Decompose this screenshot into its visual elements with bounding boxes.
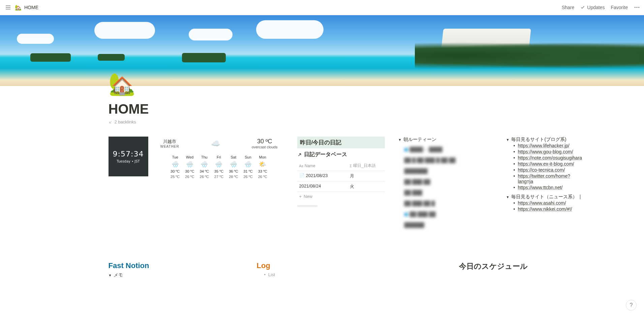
external-link[interactable]: https://note.com/osugisugihara xyxy=(518,155,582,161)
scrollbar[interactable] xyxy=(297,205,317,207)
log-heading[interactable]: Log xyxy=(257,261,446,270)
bullet-icon: • xyxy=(264,272,266,277)
links-section2-toggle[interactable]: ▼ 毎日見るサイト（ニュース系） xyxy=(506,194,582,200)
triangle-down-icon: ▼ xyxy=(109,273,112,277)
schedule-column: 今日のスケジュール xyxy=(459,261,536,278)
external-link[interactable]: https://www.gou-blog.com/ xyxy=(518,149,573,154)
page-title[interactable]: HOME xyxy=(109,102,536,117)
diary-link-label: 日記データベース xyxy=(304,151,347,158)
weather-icon: ☁️ xyxy=(211,139,220,148)
memo-label: メモ xyxy=(114,272,123,278)
routine-title: 朝ルーティーン xyxy=(403,137,436,143)
weather-small-icon: 🌤️ xyxy=(259,161,266,168)
triangle-down-icon: ▼ xyxy=(398,138,402,142)
triangle-down-icon: ▼ xyxy=(506,138,510,142)
links-section1-toggle[interactable]: ▼ 毎日見るサイト(ブログ系) xyxy=(506,137,582,143)
page-icon[interactable]: 🏡 xyxy=(109,73,536,95)
weather-location: 川越市 xyxy=(160,139,179,145)
share-button[interactable]: Share xyxy=(562,5,574,10)
diary-block: 昨日/今日の日記 日記データベース Name 曜日_日本語 📄2021/08/2… xyxy=(297,137,385,207)
bullet-icon: • xyxy=(514,200,515,206)
topbar-right: Share Updates Favorite xyxy=(562,4,640,10)
bullet-icon: • xyxy=(514,161,515,167)
page-icon: 📄 xyxy=(299,173,305,178)
routine-toggle[interactable]: ▼ 朝ルーティーン xyxy=(398,137,493,143)
external-link[interactable]: https://www.asahi.com/ xyxy=(518,200,566,206)
forecast-day: Fri🌧️35 ºC27 ºC xyxy=(214,155,223,179)
page-content: 🏡 HOME 2 backlinks 9:57:34 Tuesday • JST… xyxy=(76,73,568,298)
more-icon[interactable] xyxy=(634,4,640,10)
bullet-icon: • xyxy=(514,149,515,154)
new-row-button[interactable]: + New xyxy=(297,192,385,201)
fast-notion-column: Fast Notion ▼ メモ xyxy=(109,261,243,278)
external-link[interactable]: https://co-tecnica.com/ xyxy=(518,167,565,173)
forecast-day: Sun🌧️31 ºC26 ºC xyxy=(243,155,252,179)
list-label: List xyxy=(268,272,275,277)
backlinks-link[interactable]: 2 backlinks xyxy=(109,119,536,124)
link-item: •https://www.lifehacker.jp/ xyxy=(514,143,582,149)
external-link[interactable]: https://www.lifehacker.jp/ xyxy=(518,143,569,148)
links-column: ▼ 毎日見るサイト(ブログ系) •https://www.lifehacker.… xyxy=(506,137,582,215)
forecast-row: Tue🌧️30 ºC25 ºCWed🌧️30 ºC26 ºCThu🌧️34 ºC… xyxy=(171,155,267,179)
diary-callout[interactable]: 昨日/今日の日記 xyxy=(297,137,385,148)
svg-point-2 xyxy=(638,7,639,8)
formula-prop-icon xyxy=(350,164,352,168)
clock-time: 9:57:34 xyxy=(113,150,144,158)
weather-location-sub: WEATHER xyxy=(160,145,179,148)
breadcrumb-title[interactable]: HOME xyxy=(24,5,38,10)
bullet-icon: • xyxy=(514,155,515,161)
forecast-day: Tue🌧️30 ºC25 ºC xyxy=(171,155,180,179)
favorite-button[interactable]: Favorite xyxy=(611,5,628,10)
backlinks-label: 2 backlinks xyxy=(115,119,136,124)
external-link[interactable]: https://www.ex-it-blog.com/ xyxy=(518,161,574,167)
bullet-icon: • xyxy=(514,173,515,179)
weather-widget: 川越市 WEATHER ☁️ 30 ºC overcast clouds Tue… xyxy=(154,137,284,179)
external-link[interactable]: https://www.ttcbn.net/ xyxy=(518,185,562,190)
link-item: •https://twitter.com/home?lang=ja xyxy=(514,173,582,184)
diary-db-link[interactable]: 日記データベース xyxy=(297,151,385,158)
external-link[interactable]: https://www.nikkei.com/#!/ xyxy=(518,206,572,212)
text-prop-icon xyxy=(299,164,303,168)
table-row[interactable]: 📄2021/08/23月 xyxy=(297,171,385,181)
weather-small-icon: 🌧️ xyxy=(201,161,208,168)
weather-small-icon: 🌧️ xyxy=(230,161,237,168)
triangle-down-icon: ▼ xyxy=(506,195,510,199)
memo-toggle[interactable]: ▼ メモ xyxy=(109,272,243,278)
link-item: •https://www.gou-blog.com/ xyxy=(514,149,582,155)
bullet-icon: • xyxy=(514,167,515,173)
topbar-left: 🏡 HOME xyxy=(4,3,38,11)
list-item[interactable]: • List xyxy=(264,272,446,277)
weather-small-icon: 🌧️ xyxy=(172,161,179,168)
link-item: •https://www.asahi.com/ xyxy=(514,200,582,206)
breadcrumb-icon: 🏡 xyxy=(15,4,22,11)
links-section2-title: 毎日見るサイト（ニュース系） xyxy=(511,194,577,200)
forecast-day: Sat🌧️36 ºC28 ºC xyxy=(229,155,238,179)
weather-temp: 30 ºC xyxy=(252,138,277,145)
routine-block: ▼ 朝ルーティーン ████ ─ ████ ██ █ ██ ███ █ ██ █… xyxy=(398,137,493,231)
text-cursor xyxy=(580,195,580,199)
col-day[interactable]: 曜日_日本語 xyxy=(348,161,385,171)
updates-button[interactable]: Updates xyxy=(580,5,605,10)
diary-table: Name 曜日_日本語 📄2021/08/23月2021/08/24火 + Ne… xyxy=(297,161,385,207)
clock-widget: 9:57:34 Tuesday • JST xyxy=(109,137,148,176)
topbar: 🏡 HOME Share Updates Favorite xyxy=(0,0,644,15)
svg-point-1 xyxy=(637,7,638,8)
svg-point-0 xyxy=(635,7,636,8)
link-item: •https://www.ex-it-blog.com/ xyxy=(514,161,582,167)
menu-icon[interactable] xyxy=(4,3,12,11)
new-label: New xyxy=(304,194,312,199)
plus-icon: + xyxy=(299,194,302,199)
weather-small-icon: 🌧️ xyxy=(186,161,193,168)
weather-small-icon: 🌧️ xyxy=(244,161,252,168)
bullet-icon: • xyxy=(514,185,515,190)
link-item: •https://note.com/osugisugihara xyxy=(514,155,582,161)
log-column: Log • List xyxy=(257,261,446,278)
fast-notion-heading[interactable]: Fast Notion xyxy=(109,261,243,270)
col-name[interactable]: Name xyxy=(297,161,348,171)
weather-small-icon: 🌧️ xyxy=(215,161,222,168)
forecast-day: Wed🌧️30 ºC26 ºC xyxy=(185,155,194,179)
links-section1-title: 毎日見るサイト(ブログ系) xyxy=(511,137,566,143)
external-link[interactable]: https://twitter.com/home?lang=ja xyxy=(518,173,582,184)
table-row[interactable]: 2021/08/24火 xyxy=(297,181,385,192)
schedule-heading[interactable]: 今日のスケジュール xyxy=(459,261,536,271)
